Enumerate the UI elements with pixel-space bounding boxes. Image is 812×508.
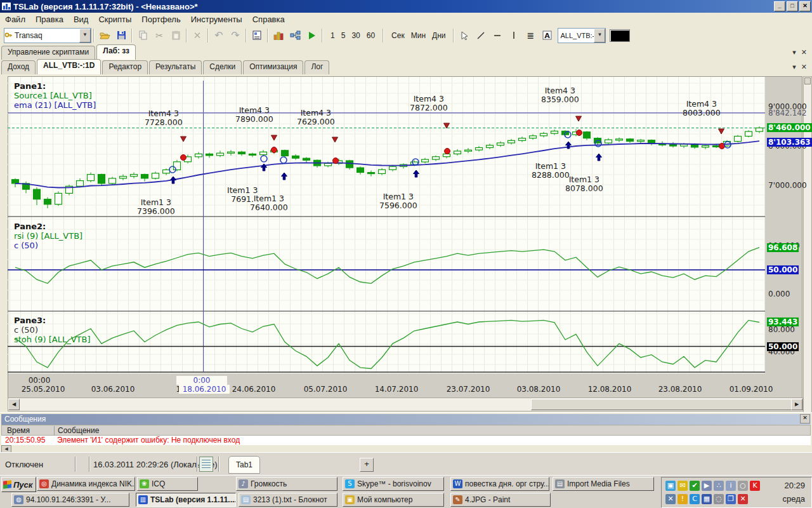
messages-col-time[interactable]: Время xyxy=(7,426,30,435)
menu-Вид[interactable]: Вид xyxy=(69,13,94,25)
messages-col-text[interactable]: Сообщение xyxy=(58,426,99,435)
tray-icon-terminal[interactable]: ▦ xyxy=(702,494,712,504)
taskbar-button-word[interactable]: Wповестка дня. орг стру... xyxy=(450,477,549,491)
sub-tab-Доход[interactable]: Доход xyxy=(1,60,36,74)
hline-tool-button[interactable] xyxy=(490,28,505,43)
chart-button[interactable] xyxy=(271,28,286,43)
doc-tab-Управление скриптами[interactable]: Управление скриптами xyxy=(1,46,95,60)
date-label[interactable]: 01.09.2010 xyxy=(726,385,776,394)
taskbar-button-computer[interactable]: ▣Мой компьютер xyxy=(343,493,444,507)
date-label[interactable]: 23.07.2010 xyxy=(443,385,494,394)
sub-tab-close-icon[interactable]: ✕ xyxy=(801,63,807,71)
tray-icon-spinner[interactable]: ◌ xyxy=(714,494,724,504)
tray-icon-users[interactable]: ∴ xyxy=(714,481,724,491)
date-label[interactable]: 14.07.2010 xyxy=(371,385,422,394)
tray-icon-antivirus-ok[interactable]: ✔ xyxy=(690,481,700,491)
doc-tab-collapse-icon[interactable]: ▾ xyxy=(792,48,796,57)
tray-icon-security-warning[interactable]: ! xyxy=(678,494,688,504)
messages-close-button[interactable]: ✕ xyxy=(800,414,810,424)
sub-tab-ALL_VTB:-:1D[interactable]: ALL_VTB:-:1D xyxy=(37,59,101,74)
redo-button[interactable]: ↷ xyxy=(228,28,243,43)
date-label[interactable]: 18.06.2010 xyxy=(179,385,230,394)
taskbar-button-icq[interactable]: ❀ICQ xyxy=(137,477,198,491)
tray-icon-kaspersky[interactable]: K xyxy=(750,481,760,491)
delete-button[interactable]: ✕ xyxy=(190,28,205,43)
trend-line-tool-button[interactable] xyxy=(473,28,488,43)
color-swatch-button[interactable] xyxy=(610,29,630,42)
menu-Файл[interactable]: Файл xyxy=(0,13,30,25)
add-desktop-tab-button[interactable]: + xyxy=(360,458,374,472)
tray-icon-network-activity[interactable]: ▣ xyxy=(665,481,676,491)
tray-icon-network-error[interactable]: ✕ xyxy=(665,494,676,504)
sub-tab-collapse-icon[interactable]: ▾ xyxy=(792,63,796,71)
levels-tool-button[interactable]: ≣ xyxy=(523,28,538,43)
cut-button[interactable]: ✂ xyxy=(152,28,167,43)
tray-icon-volume-info[interactable]: i xyxy=(726,481,736,491)
taskbar-button-paint[interactable]: ✎4.JPG - Paint xyxy=(450,493,551,507)
sub-tab-Лог[interactable]: Лог xyxy=(304,60,329,74)
minimize-button[interactable]: _ xyxy=(774,1,785,11)
chart-canvas[interactable] xyxy=(0,74,812,412)
sub-tab-Сделки[interactable]: Сделки xyxy=(203,60,242,74)
messages-row[interactable]: 20:15:50.95 Элемент 'И1' содержит ошибку… xyxy=(1,436,811,445)
menu-Портфель[interactable]: Портфель xyxy=(136,13,185,25)
tray-icon-sync[interactable]: C xyxy=(690,494,700,504)
date-label[interactable]: 24.06.2010 xyxy=(228,385,279,394)
date-label[interactable]: 12.08.2010 xyxy=(584,385,635,394)
date-label[interactable]: 25.05.2010 xyxy=(18,385,69,394)
instrument-dropdown-icon[interactable]: ▼ xyxy=(594,29,605,43)
script-diagram-button[interactable] xyxy=(287,28,303,43)
menu-Справка[interactable]: Справка xyxy=(247,13,290,25)
taskbar-button-volume[interactable]: ♪Громкость xyxy=(236,477,337,491)
connection-dropdown-icon[interactable]: ▼ xyxy=(79,29,91,43)
interval-1[interactable]: 1 xyxy=(327,31,338,40)
unit-Мин[interactable]: Мин xyxy=(408,31,429,40)
text-tool-button[interactable]: A xyxy=(539,28,554,43)
paste-button[interactable] xyxy=(168,28,183,43)
taskbar-button-remote[interactable]: ◍94.100.91.246:3391 - У... xyxy=(11,493,129,507)
connection-combobox[interactable]: Transaq ▼ xyxy=(4,28,91,43)
date-label[interactable]: 05.07.2010 xyxy=(300,385,351,394)
interval-30[interactable]: 30 xyxy=(348,31,363,40)
interval-60[interactable]: 60 xyxy=(363,31,378,40)
close-button[interactable]: ✕ xyxy=(799,1,811,11)
tray-clock[interactable]: 20:29 xyxy=(784,481,805,490)
save-button[interactable] xyxy=(114,28,129,43)
tray-icon-task-run[interactable]: ▶ xyxy=(702,481,712,491)
run-button[interactable] xyxy=(304,28,319,43)
report-button[interactable] xyxy=(249,28,265,43)
unit-Дни[interactable]: Дни xyxy=(429,31,449,40)
pointer-tool-button[interactable] xyxy=(457,28,472,43)
grid-view-button[interactable] xyxy=(199,457,213,472)
start-button[interactable]: Пуск xyxy=(1,477,36,492)
tray-day[interactable]: среда xyxy=(783,494,806,504)
taskbar-button-skype[interactable]: SSkype™ - borisvoinov xyxy=(343,477,444,491)
doc-tab-close-icon[interactable]: ✕ xyxy=(801,48,807,57)
tray-icon-net-places[interactable]: ❒ xyxy=(726,494,736,504)
interval-5[interactable]: 5 xyxy=(338,31,349,40)
date-label[interactable]: 23.08.2010 xyxy=(655,385,705,394)
open-button[interactable] xyxy=(97,28,112,43)
vline-tool-button[interactable] xyxy=(506,28,521,43)
date-label[interactable]: 03.06.2010 xyxy=(88,385,138,394)
menu-Скрипты[interactable]: Скрипты xyxy=(93,13,136,25)
unit-Сек[interactable]: Сек xyxy=(388,31,408,40)
sub-tab-Оптимизация[interactable]: Оптимизация xyxy=(243,60,303,74)
date-label[interactable]: 03.08.2010 xyxy=(513,385,564,394)
instrument-combobox[interactable]: ALL_VTB:- ▼ xyxy=(558,28,606,43)
menu-Инструменты[interactable]: Инструменты xyxy=(186,13,247,25)
sub-tab-Результаты[interactable]: Результаты xyxy=(149,60,202,74)
maximize-button[interactable]: □ xyxy=(787,1,798,11)
tray-icon-update-idle[interactable]: ○ xyxy=(738,481,748,491)
menu-Правка[interactable]: Правка xyxy=(30,13,69,25)
doc-tab-Лаб: зз[interactable]: Лаб: зз xyxy=(96,44,136,60)
taskbar-button-chrome[interactable]: ◎Динамика индекса NIK... xyxy=(37,477,135,491)
taskbar-button-notepad[interactable]: ▤3213 (1).txt - Блокнот xyxy=(239,493,337,507)
desktop-tab[interactable]: Tab1 xyxy=(228,456,260,474)
undo-button[interactable]: ↶ xyxy=(211,28,226,43)
taskbar-button-tslab[interactable]: ▥TSLab (версия 1.1.11.... xyxy=(136,493,236,507)
copy-button[interactable] xyxy=(135,28,150,43)
taskbar-button-media[interactable]: ▤Import Media Files xyxy=(553,477,654,491)
sub-tab-Редактор[interactable]: Редактор xyxy=(102,60,148,74)
tray-icon-mail[interactable]: ✉ xyxy=(678,481,688,491)
